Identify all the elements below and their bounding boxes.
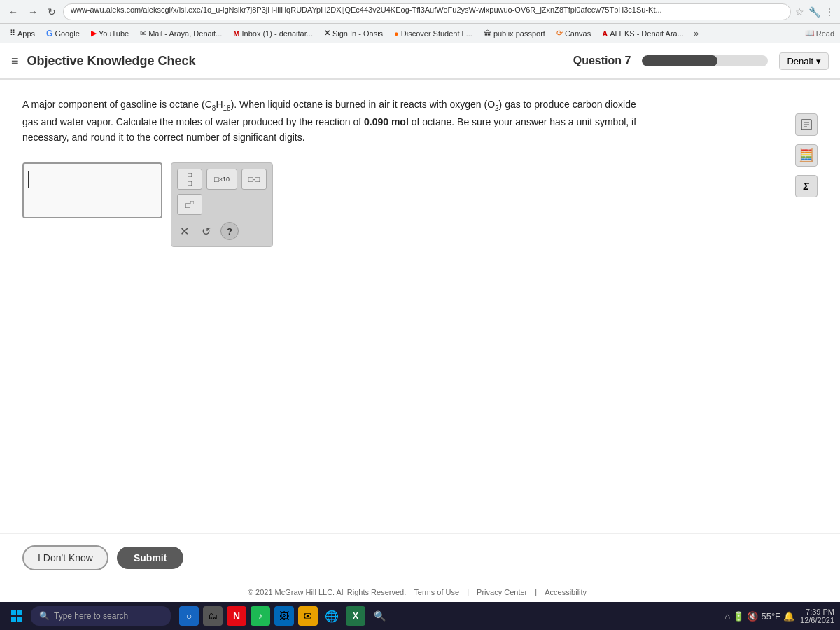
formula-icon[interactable]: Σ [795,175,818,197]
dropdown-arrow-icon: ▾ [816,56,821,66]
aleks-footer: © 2021 McGraw Hill LLC. All Rights Reser… [0,582,840,602]
bookmark-google[interactable]: G Google [42,27,84,40]
bookmark-mail[interactable]: ✉ Mail - Araya, Denait... [136,27,226,39]
question-part1: A major component of gasoline is octane … [22,99,212,110]
subscript-18: 18 [223,104,231,112]
taskbar-mail-icon[interactable]: ✉ [298,606,318,626]
undo-button[interactable]: ↺ [199,222,214,241]
refresh-button[interactable]: ↻ [45,5,59,19]
taskbar-search[interactable]: 🔍 Type here to search [31,606,171,626]
browser-chrome: ← → ↻ www-awu.aleks.com/alekscgi/x/lsl.e… [0,0,840,43]
search-placeholder: Type here to search [54,611,128,621]
volume-icon[interactable]: 🔇 [747,611,758,622]
youtube-icon: ▶ [91,29,97,38]
bookmark-inbox[interactable]: M Inbox (1) - denaitar... [229,28,317,39]
bottom-buttons: I Don't Know Submit [0,533,840,582]
back-button[interactable]: ← [6,5,21,19]
privacy-link[interactable]: Privacy Center [477,588,527,596]
bookmark-discover[interactable]: ● Discover Student L... [390,28,477,39]
dont-know-button[interactable]: I Don't Know [22,545,108,570]
taskbar-clock[interactable]: 7:39 PM 12/6/2021 [800,608,834,624]
taskbar-chrome-icon[interactable]: 🌐 [322,606,342,626]
forward-button[interactable]: → [25,5,41,19]
date-display: 12/6/2021 [800,616,834,624]
hamburger-icon[interactable]: ≡ [11,54,19,69]
question-number: Question 7 [573,55,631,67]
aleks-container: ≡ Objective Knowledge Check Question 7 D… [0,43,840,602]
taskbar-browser-icon[interactable]: ○ [179,606,199,626]
superscript-button[interactable]: □□ [177,194,202,215]
math-toolbar: □ □ □×10 □·□ □□ [171,162,273,247]
clear-button[interactable]: ✕ [177,222,192,241]
main-content: A major component of gasoline is octane … [0,80,840,533]
svg-rect-4 [11,610,16,615]
cursor-indicator [28,171,33,188]
taskbar-apps: ○ 🗂 N ♪ 🖼 ✉ 🌐 X 🔍 [179,606,389,626]
aleks-icon: A [602,29,608,38]
taskbar-netflix-icon[interactable]: N [227,606,246,626]
url-input[interactable]: www-awu.aleks.com/alekscgi/x/lsl.exe/1o_… [63,4,791,20]
start-button[interactable] [6,605,28,627]
bookmark-bar: ⠿ Apps G Google ▶ YouTube ✉ Mail - Araya… [0,24,840,43]
mail-icon: ✉ [140,29,146,38]
bookmark-youtube[interactable]: ▶ YouTube [87,27,133,39]
more-bookmarks[interactable]: » [694,28,699,38]
svg-rect-7 [18,617,22,622]
taskbar-system-icons: ⌂ 🔋 🔇 55°F 🔔 [725,611,794,622]
taskbar-search-app-icon[interactable]: 🔍 [370,606,389,626]
dot-box-button[interactable]: □·□ [241,169,267,190]
bookmark-apps[interactable]: ⠿ Apps [6,27,39,39]
page-title: Objective Knowledge Check [27,54,573,69]
terms-link[interactable]: Terms of Use [414,588,459,596]
url-bar: ← → ↻ www-awu.aleks.com/alekscgi/x/lsl.e… [0,0,840,24]
question-text: A major component of gasoline is octane … [22,97,652,146]
taskbar: 🔍 Type here to search ○ 🗂 N ♪ 🖼 ✉ [0,602,840,630]
question-part3: ). When liquid octane is burned in air i… [231,99,495,110]
math-toolbar-row-2: □□ [177,194,267,215]
user-dropdown[interactable]: Denait ▾ [779,52,829,70]
extension-icon[interactable]: 🔧 [808,6,820,18]
fraction-button[interactable]: □ □ [177,169,202,190]
star-icon[interactable]: ☆ [795,6,804,18]
taskbar-photos-icon[interactable]: 🖼 [274,606,294,626]
time-display: 7:39 PM [806,608,834,616]
svg-rect-6 [11,617,16,622]
oasis-icon: ✕ [324,29,330,38]
taskbar-excel-icon[interactable]: X [346,606,365,626]
user-name: Denait [787,56,813,66]
submit-button[interactable]: Submit [117,547,183,569]
taskbar-right: ⌂ 🔋 🔇 55°F 🔔 7:39 PM 12/6/2021 [725,608,834,624]
progress-bar-fill [642,55,718,66]
calculator-icon[interactable]: 🧮 [795,144,818,167]
taskbar-file-icon[interactable]: 🗂 [203,606,223,626]
bookmark-canvas[interactable]: ⟳ Canvas [552,27,595,39]
read-button[interactable]: 📖 Read [805,29,834,38]
discover-icon: ● [394,29,399,38]
inbox-icon: M [233,29,239,38]
bookmark-aleks[interactable]: A ALEKS - Denait Ara... [598,28,688,39]
notepad-icon[interactable] [795,113,818,136]
menu-icon[interactable]: ⋮ [825,6,834,18]
answer-input[interactable] [22,162,162,218]
google-icon: G [46,29,52,38]
battery-icon: 🔋 [733,611,744,622]
aleks-topbar: ≡ Objective Knowledge Check Question 7 D… [0,43,840,80]
apps-icon: ⠿ [10,29,15,38]
svg-rect-5 [18,610,22,615]
answer-area: □ □ □×10 □·□ □□ [22,162,818,247]
bookmark-publix[interactable]: 🏛 publix passport [479,28,550,39]
search-icon: 🔍 [39,611,50,621]
taskbar-music-icon[interactable]: ♪ [251,606,270,626]
publix-icon: 🏛 [484,29,491,38]
accessibility-link[interactable]: Accessibility [545,588,587,596]
notifications-icon[interactable]: 🔔 [783,611,794,622]
bookmark-oasis[interactable]: ✕ Sign In - Oasis [320,27,387,39]
help-button[interactable]: ? [220,222,239,240]
right-icons: 🧮 Σ [795,113,818,197]
temp-display: 55°F [761,611,780,622]
times10-button[interactable]: □×10 [206,169,237,190]
canvas-icon: ⟳ [556,29,563,38]
progress-bar-container [642,55,768,66]
question-bold: 0.090 mol [364,116,409,127]
math-toolbar-actions: ✕ ↺ ? [177,222,267,241]
